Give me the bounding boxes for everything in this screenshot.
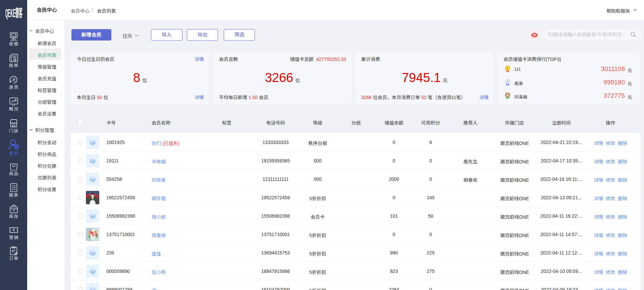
svg-text:1: 1 (507, 67, 508, 70)
svg-text:¥: ¥ (12, 228, 15, 232)
svg-text:2: 2 (507, 80, 508, 83)
svg-text:¥: ¥ (14, 59, 15, 61)
svg-text:退: 退 (12, 77, 15, 82)
svg-text:3: 3 (507, 93, 508, 97)
